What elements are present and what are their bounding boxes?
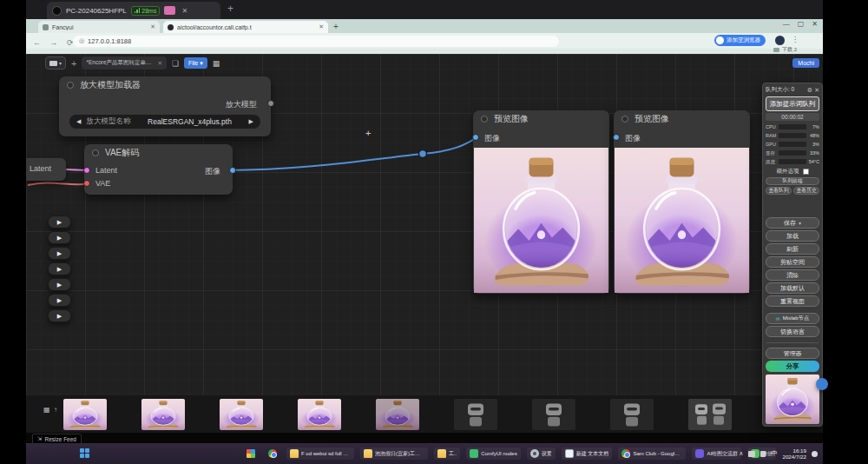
clipspace-button[interactable]: 剪贴空间 xyxy=(766,256,819,268)
collapse-dot-icon[interactable] xyxy=(67,82,74,89)
taskbar-chat-app[interactable]: AI绘图交流群 xyxy=(692,447,741,460)
workflows-folder-button[interactable]: ▾ xyxy=(45,56,66,70)
queue-front-button[interactable]: 队列前端 xyxy=(766,177,819,185)
collapsed-node-stub[interactable]: ▶ xyxy=(48,309,71,322)
browser-menu-icon[interactable]: ⋮ xyxy=(792,36,799,43)
extra-options-row[interactable]: 额外选项 xyxy=(766,167,819,176)
view-history-button[interactable]: 查看历史 xyxy=(793,187,819,195)
notification-icon[interactable] xyxy=(812,451,818,457)
next-arrow-icon[interactable]: ▶ xyxy=(249,118,253,125)
view-queue-button[interactable]: 查看队列 xyxy=(766,187,792,195)
comfyui-canvas[interactable]: ▾ + *Encore产品草图转定单图… ✕ ❏ File ▾ ▦ Mochi … xyxy=(26,54,823,395)
window-minimize-button[interactable]: — xyxy=(783,20,790,28)
window-maximize-button[interactable]: ▢ xyxy=(798,20,805,28)
panel-drag-handle[interactable] xyxy=(816,378,828,390)
taskbar-folder-window[interactable]: 泡泡假日(宜家)工作流 xyxy=(360,447,428,460)
browser-extension-button[interactable]: 添加至浏览器 xyxy=(714,35,766,46)
switch-language-button[interactable]: 切换语言 xyxy=(766,326,819,337)
save-workflow-icon[interactable]: ❏ xyxy=(172,59,179,68)
feed-thumbnail[interactable] xyxy=(141,399,185,430)
remote-session-tab[interactable]: PC-20240625HFPL 28ms ✕ xyxy=(47,2,220,19)
site-info-icon[interactable]: ◎ xyxy=(79,37,84,44)
browser-tab-1[interactable]: Fancyui ✕ xyxy=(38,21,160,33)
image-input-port[interactable] xyxy=(472,134,479,141)
back-icon[interactable]: ← xyxy=(33,38,41,47)
collapsed-node-stub[interactable]: ▶ xyxy=(48,294,71,307)
taskbar-widgets[interactable] xyxy=(243,447,259,460)
prev-arrow-icon[interactable]: ◀ xyxy=(76,118,81,125)
window-close-button[interactable]: ✕ xyxy=(812,20,818,28)
tab2-close-icon[interactable]: ✕ xyxy=(319,23,324,30)
tab1-close-icon[interactable]: ✕ xyxy=(150,23,155,30)
feed-thumbnail[interactable] xyxy=(298,399,341,430)
collapse-dot-icon[interactable] xyxy=(481,116,488,123)
taskbar-folder-window[interactable]: 工.. xyxy=(434,447,460,460)
collapsed-node-stub[interactable]: ▶ xyxy=(48,278,71,291)
node-preview-image-1[interactable]: 预览图像 图像 xyxy=(473,110,609,294)
image-output-port[interactable] xyxy=(229,167,236,174)
tray-chevron-icon[interactable]: ∧ xyxy=(739,450,743,457)
taskbar-settings[interactable]: 设置 xyxy=(527,447,556,460)
workflow-tab[interactable]: *Encore产品草图转定单图… ✕ xyxy=(82,56,166,70)
node-vae-decode[interactable]: VAE解码 Latent VAE 图像 xyxy=(84,144,233,195)
collapsed-node-stub[interactable]: ▶ xyxy=(48,262,71,275)
feed-thumbnail[interactable] xyxy=(454,399,497,430)
collapsed-node-stub[interactable]: ▶ xyxy=(48,231,71,244)
new-workflow-button[interactable]: + xyxy=(71,58,76,69)
vae-input-port[interactable] xyxy=(83,180,90,187)
refresh-button[interactable]: 刷新 xyxy=(766,243,819,255)
clear-button[interactable]: 清除 xyxy=(766,269,819,281)
address-bar[interactable]: ◎ 127.0.0.1:8188 xyxy=(73,36,559,47)
last-generated-thumbnail[interactable] xyxy=(766,375,819,424)
new-session-button[interactable]: + xyxy=(227,3,233,15)
offscreen-node-edge[interactable]: Latent xyxy=(26,158,66,181)
feed-thumbnail[interactable] xyxy=(688,399,732,430)
grid-view-icon[interactable]: ▦ xyxy=(213,59,220,68)
feed-settings-icon[interactable]: ▦ xyxy=(43,406,50,414)
gear-icon[interactable]: ⚙ xyxy=(807,87,812,94)
queue-prompt-button[interactable]: 添加提示词队列 xyxy=(766,96,819,111)
browser-new-tab-button[interactable]: + xyxy=(333,22,339,31)
collapsed-node-stub[interactable]: ▶ xyxy=(48,247,71,260)
bookmark-item[interactable]: 下载 2 xyxy=(773,46,797,54)
feed-up-icon[interactable]: ↑ xyxy=(54,406,57,414)
feed-thumbnail[interactable] xyxy=(220,399,263,430)
profile-avatar[interactable] xyxy=(775,36,785,45)
collapse-dot-icon[interactable] xyxy=(621,116,628,123)
session-close-icon[interactable]: ✕ xyxy=(181,7,187,15)
extra-options-checkbox[interactable] xyxy=(803,169,809,175)
save-button[interactable]: 保存 ▾ xyxy=(766,217,819,229)
node-upscale-model-loader[interactable]: 放大模型加载器 放大模型 ◀ 放大模型名称 RealESRGAN_x4plus.… xyxy=(59,76,271,136)
volume-icon[interactable] xyxy=(760,451,766,457)
display-icon[interactable] xyxy=(748,451,755,457)
feed-thumbnail[interactable] xyxy=(376,399,419,430)
taskbar-app-window[interactable]: ComfyUI nodes xyxy=(466,447,520,460)
load-default-button[interactable]: 加载默认 xyxy=(766,282,819,294)
workflow-tab-close-icon[interactable]: ✕ xyxy=(157,60,161,67)
mochi-button[interactable]: Mochi xyxy=(792,58,819,68)
browser-tab-2-active[interactable]: aictool/accountor.call.caifp.t ✕ xyxy=(163,21,328,33)
feed-thumbnail[interactable] xyxy=(610,399,654,430)
close-icon[interactable]: ✕ xyxy=(814,87,819,94)
node-preview-image-2[interactable]: 预览图像 图像 xyxy=(614,110,750,294)
manager-button[interactable]: 管理器 xyxy=(766,348,819,359)
latent-input-port[interactable] xyxy=(83,167,90,174)
taskbar-clock[interactable]: 16:19 2024/7/22 xyxy=(782,447,806,460)
feed-thumbnail[interactable] xyxy=(532,399,575,430)
mixlab-nodes-button[interactable]: ∞ Mixlab节点 xyxy=(766,313,819,324)
feed-thumbnail[interactable] xyxy=(63,399,107,430)
taskbar-folder-window[interactable]: F od webui sd full web... xyxy=(286,447,354,460)
taskbar-notepad[interactable]: 新建 文本文档 xyxy=(562,447,613,460)
load-button[interactable]: 加载 xyxy=(766,230,819,242)
taskbar-chrome-window[interactable]: Sam Club - Google Chro... xyxy=(618,447,686,460)
file-menu-button[interactable]: File ▾ xyxy=(184,57,207,69)
ime-indicator[interactable]: 中 xyxy=(771,449,777,458)
image-input-port[interactable] xyxy=(613,134,620,141)
collapse-dot-icon[interactable] xyxy=(92,149,99,156)
reset-view-button[interactable]: 重置视图 xyxy=(766,295,819,307)
forward-icon[interactable]: → xyxy=(49,38,57,47)
model-name-widget[interactable]: ◀ 放大模型名称 RealESRGAN_x4plus.pth ▶ xyxy=(69,115,260,129)
start-button[interactable] xyxy=(80,448,90,459)
taskbar-chrome[interactable] xyxy=(265,447,280,460)
collapsed-node-stub[interactable]: ▶ xyxy=(48,215,71,229)
